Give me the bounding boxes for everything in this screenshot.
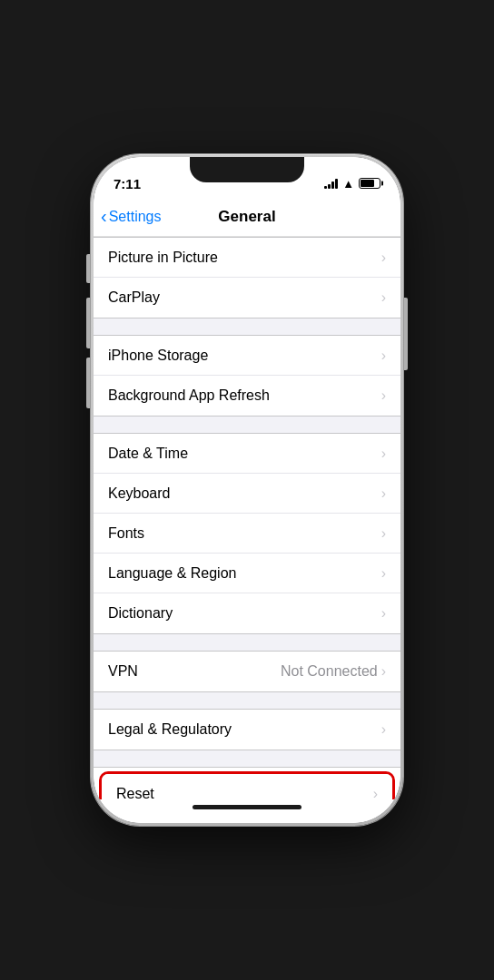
section-spacer xyxy=(94,416,400,433)
vpn-row[interactable]: VPN Not Connected › xyxy=(94,652,400,691)
row-label: Legal & Regulatory xyxy=(108,721,232,738)
chevron-right-icon: › xyxy=(381,348,386,364)
row-right: › xyxy=(381,605,386,622)
section-spacer xyxy=(94,692,400,709)
section-group-1: Picture in Picture › CarPlay › xyxy=(94,237,400,318)
chevron-right-icon: › xyxy=(381,485,386,502)
row-label: CarPlay xyxy=(108,289,160,306)
chevron-right-icon: › xyxy=(381,387,386,404)
section-group-4: VPN Not Connected › xyxy=(94,651,400,692)
date-time-row[interactable]: Date & Time › xyxy=(94,434,400,474)
list-item[interactable]: Picture in Picture › xyxy=(94,238,400,278)
row-right: › xyxy=(381,446,386,462)
row-right: › xyxy=(381,485,386,502)
reset-shutdown-section: Reset › Shut Down xyxy=(94,767,400,799)
chevron-right-icon: › xyxy=(381,250,386,266)
nav-header: ‹ Settings General xyxy=(94,197,400,237)
back-button[interactable]: ‹ Settings xyxy=(101,208,161,225)
row-label: VPN xyxy=(108,663,138,680)
fonts-row[interactable]: Fonts › xyxy=(94,514,400,554)
volume-up-button[interactable] xyxy=(86,298,90,348)
row-right: › xyxy=(381,565,386,582)
language-region-row[interactable]: Language & Region › xyxy=(94,554,400,593)
home-indicator[interactable] xyxy=(94,799,400,823)
row-label: Dictionary xyxy=(108,605,173,622)
power-button[interactable] xyxy=(404,298,408,370)
battery-icon xyxy=(359,178,380,189)
chevron-right-icon: › xyxy=(381,663,386,680)
volume-down-button[interactable] xyxy=(86,358,90,408)
signal-icon xyxy=(324,178,338,189)
chevron-right-icon: › xyxy=(381,565,386,582)
section-spacer xyxy=(94,318,400,335)
mute-button[interactable] xyxy=(86,254,90,283)
status-bar: 7:11 ▲ xyxy=(94,157,400,197)
status-time: 7:11 xyxy=(114,176,141,191)
section-group-5: Legal & Regulatory › xyxy=(94,709,400,750)
row-label: Picture in Picture xyxy=(108,250,218,266)
dictionary-row[interactable]: Dictionary › xyxy=(94,593,400,633)
chevron-right-icon: › xyxy=(381,446,386,462)
section-group-3: Date & Time › Keyboard › Fonts xyxy=(94,433,400,634)
row-right: › xyxy=(381,721,386,738)
list-item[interactable]: CarPlay › xyxy=(94,278,400,318)
background-app-refresh-row[interactable]: Background App Refresh › xyxy=(94,376,400,416)
reset-highlight-border: Reset › xyxy=(99,771,395,799)
reset-label: Reset xyxy=(116,786,154,799)
row-right: › xyxy=(381,250,386,266)
row-right: Not Connected › xyxy=(281,663,386,680)
chevron-right-icon: › xyxy=(381,721,386,738)
section-spacer xyxy=(94,634,400,651)
back-label: Settings xyxy=(109,209,162,225)
row-right: › xyxy=(381,387,386,404)
back-chevron-icon: ‹ xyxy=(101,207,107,225)
chevron-right-icon: › xyxy=(373,786,378,799)
section-group-2: iPhone Storage › Background App Refresh … xyxy=(94,335,400,416)
reset-row[interactable]: Reset › xyxy=(102,774,392,799)
row-right: › xyxy=(381,289,386,306)
home-bar xyxy=(193,805,301,809)
row-label: Fonts xyxy=(108,525,144,542)
wifi-icon: ▲ xyxy=(342,177,354,191)
screen: 7:11 ▲ ‹ Set xyxy=(94,157,400,823)
notch xyxy=(190,157,304,182)
row-label: Keyboard xyxy=(108,485,171,502)
row-right: › xyxy=(381,348,386,364)
scroll-area[interactable]: Picture in Picture › CarPlay › xyxy=(94,237,400,799)
row-label: Background App Refresh xyxy=(108,387,270,404)
row-label: Date & Time xyxy=(108,446,188,462)
phone-inner: 7:11 ▲ ‹ Set xyxy=(94,157,400,823)
section-spacer xyxy=(94,750,400,767)
row-right: › xyxy=(373,786,378,799)
keyboard-row[interactable]: Keyboard › xyxy=(94,474,400,514)
row-label: iPhone Storage xyxy=(108,348,208,364)
page-title: General xyxy=(218,208,275,226)
phone-frame: 7:11 ▲ ‹ Set xyxy=(91,154,403,826)
legal-regulatory-row[interactable]: Legal & Regulatory › xyxy=(94,710,400,750)
chevron-right-icon: › xyxy=(381,605,386,622)
chevron-right-icon: › xyxy=(381,289,386,306)
chevron-right-icon: › xyxy=(381,525,386,542)
row-label: Language & Region xyxy=(108,565,236,582)
row-right: › xyxy=(381,525,386,542)
vpn-status: Not Connected xyxy=(281,663,378,680)
status-icons: ▲ xyxy=(324,177,380,191)
iphone-storage-row[interactable]: iPhone Storage › xyxy=(94,336,400,376)
reset-row-container: Reset › xyxy=(94,768,400,799)
